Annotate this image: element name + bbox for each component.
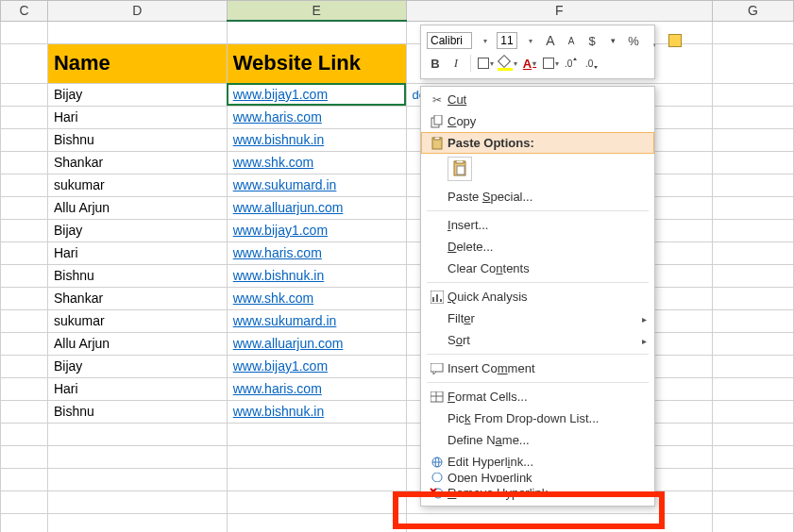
decrease-font-button[interactable]: A	[563, 32, 580, 49]
cell[interactable]	[406, 513, 713, 532]
comma-style-button[interactable]: ,	[646, 32, 663, 49]
col-header-c[interactable]: C	[1, 1, 48, 22]
cell-link[interactable]: www.bijay1.com	[227, 355, 406, 377]
cell[interactable]	[713, 332, 794, 355]
cell-name[interactable]: Shankar	[47, 287, 227, 309]
cell-link[interactable]: www.bijay1.com	[227, 219, 406, 241]
hyperlink[interactable]: www.bishnuk.in	[233, 404, 325, 419]
cell[interactable]	[713, 241, 794, 264]
cell[interactable]	[713, 151, 794, 174]
cell[interactable]	[1, 400, 48, 423]
col-header-d[interactable]: D	[47, 1, 227, 22]
hyperlink[interactable]: www.sukumard.in	[233, 177, 337, 192]
hyperlink[interactable]: www.shk.com	[233, 291, 314, 306]
cell-link[interactable]: www.bishnuk.in	[227, 264, 406, 287]
cell[interactable]	[1, 43, 48, 83]
cell[interactable]	[713, 400, 794, 423]
cell[interactable]	[227, 21, 406, 43]
hyperlink[interactable]: www.alluarjun.com	[233, 336, 344, 351]
format-painter-button[interactable]	[667, 32, 684, 49]
hyperlink[interactable]: www.haris.com	[233, 381, 322, 396]
hyperlink[interactable]: www.bishnuk.in	[233, 268, 325, 283]
percent-button[interactable]: %	[625, 32, 642, 49]
hyperlink[interactable]: www.bijay1.com	[233, 358, 328, 374]
cell[interactable]	[1, 241, 48, 264]
font-name-dropdown-icon[interactable]	[476, 32, 493, 49]
header-name[interactable]: Name	[47, 43, 227, 83]
ctx-paste-special[interactable]: Paste Special...	[421, 186, 654, 208]
cell[interactable]	[1, 490, 48, 513]
cell[interactable]	[47, 490, 227, 513]
cell[interactable]	[1, 219, 48, 241]
hyperlink[interactable]: www.shk.com	[233, 155, 314, 170]
cell[interactable]	[713, 468, 794, 490]
spreadsheet-grid[interactable]: C D E F G NameWebsite LinkBijaywww.bijay…	[0, 0, 794, 532]
cell-link[interactable]: www.haris.com	[227, 377, 406, 400]
cell[interactable]	[47, 423, 227, 445]
cell[interactable]	[713, 377, 794, 400]
cell[interactable]	[47, 21, 227, 43]
cell-name[interactable]: Bijay	[47, 355, 227, 377]
cell[interactable]	[713, 423, 794, 445]
cell[interactable]	[227, 468, 406, 490]
hyperlink[interactable]: www.bishnuk.in	[233, 132, 325, 147]
cell-name[interactable]: Bijay	[47, 219, 227, 241]
hyperlink[interactable]: www.bijay1.com	[233, 87, 328, 102]
cell[interactable]	[713, 21, 794, 43]
cell[interactable]	[1, 128, 48, 151]
hyperlink[interactable]: www.bijay1.com	[233, 223, 328, 238]
ctx-sort[interactable]: Sort	[421, 329, 654, 351]
cell-link[interactable]: www.sukumard.in	[227, 174, 406, 196]
cell[interactable]	[1, 332, 48, 355]
cell[interactable]	[1, 21, 48, 43]
cell[interactable]	[713, 287, 794, 309]
cell-link[interactable]: www.bishnuk.in	[227, 128, 406, 151]
cell-link[interactable]: www.sukumard.in	[227, 309, 406, 332]
cell[interactable]	[227, 445, 406, 468]
borders2-button[interactable]	[542, 55, 559, 72]
cell-link[interactable]: www.shk.com	[227, 151, 406, 174]
cell[interactable]	[713, 445, 794, 468]
cell[interactable]	[1, 287, 48, 309]
cell[interactable]	[1, 468, 48, 490]
paste-option-default[interactable]	[448, 157, 472, 181]
cell[interactable]	[713, 219, 794, 241]
increase-font-button[interactable]: A	[542, 32, 559, 49]
hyperlink[interactable]: www.sukumard.in	[233, 313, 337, 328]
font-size-input[interactable]	[497, 32, 517, 49]
cell[interactable]	[713, 355, 794, 377]
hyperlink[interactable]: www.alluarjun.com	[233, 200, 344, 215]
cell[interactable]	[47, 468, 227, 490]
cell-name[interactable]: Shankar	[47, 151, 227, 174]
cell[interactable]	[1, 513, 48, 532]
cell[interactable]	[1, 106, 48, 128]
cell-link[interactable]: www.bijay1.com	[227, 83, 406, 106]
ctx-pick-list[interactable]: Pick From Drop-down List...	[421, 407, 654, 429]
italic-button[interactable]: I	[448, 55, 465, 72]
ctx-paste-options[interactable]: Paste Options:	[421, 132, 654, 154]
cell-link[interactable]: www.bishnuk.in	[227, 400, 406, 423]
ctx-insert[interactable]: Insert...	[421, 214, 654, 236]
cell[interactable]	[713, 309, 794, 332]
cell-name[interactable]: Hari	[47, 241, 227, 264]
cell[interactable]	[713, 83, 794, 106]
col-header-g[interactable]: G	[713, 1, 794, 22]
cell[interactable]	[1, 264, 48, 287]
cell[interactable]	[713, 264, 794, 287]
font-size-dropdown-icon[interactable]	[521, 32, 538, 49]
cell-name[interactable]: Bishnu	[47, 400, 227, 423]
ctx-cut[interactable]: ✂ Cut	[421, 89, 654, 110]
ctx-insert-comment[interactable]: Insert Comment	[421, 357, 654, 379]
increase-decimal-button[interactable]: .0	[563, 55, 580, 72]
ctx-edit-hyperlink[interactable]: Edit Hyperlink...	[421, 451, 654, 473]
font-name-input[interactable]	[427, 32, 472, 49]
cell[interactable]	[1, 83, 48, 106]
ctx-quick-analysis[interactable]: Quick Analysis	[421, 286, 654, 308]
cell-link[interactable]: www.shk.com	[227, 287, 406, 309]
currency-button[interactable]: $	[583, 32, 600, 49]
ctx-copy[interactable]: Copy	[421, 110, 654, 132]
cell-name[interactable]: Bishnu	[47, 128, 227, 151]
cell[interactable]	[227, 423, 406, 445]
col-header-f[interactable]: F	[406, 1, 713, 22]
header-link[interactable]: Website Link	[227, 43, 406, 83]
